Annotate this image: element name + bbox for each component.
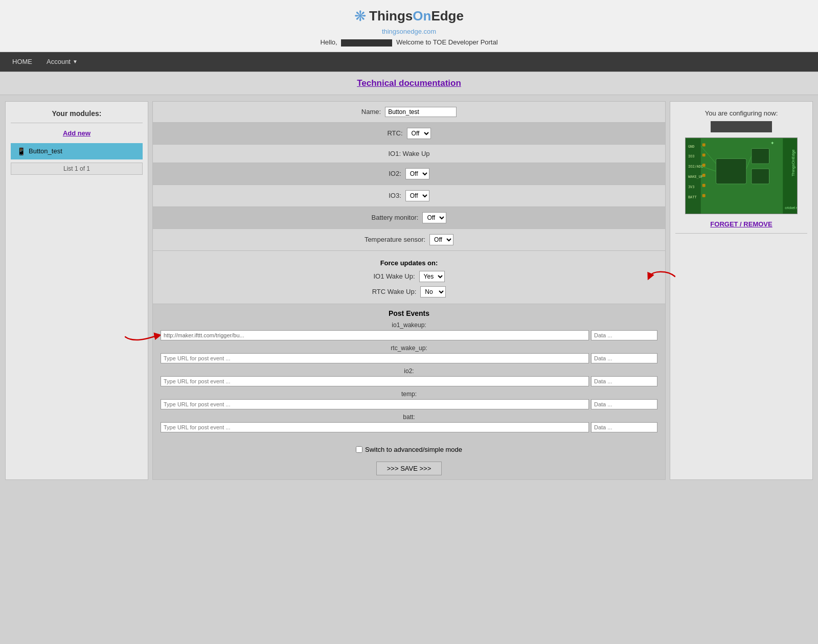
- list-info: List 1 of 1: [11, 163, 143, 175]
- navbar: HOME Account ▼: [0, 52, 818, 72]
- io2-event: io2:: [161, 367, 657, 386]
- rtc-wake-event: rtc_wake_up:: [161, 344, 657, 363]
- rtc-wakeup-label: RTC Wake Up:: [372, 288, 417, 295]
- svg-rect-22: [702, 183, 706, 187]
- batt-event-label: batt:: [161, 413, 657, 421]
- rtc-select[interactable]: OffOn: [407, 128, 431, 139]
- advanced-checkbox[interactable]: [356, 446, 362, 453]
- io1-section: IO1: Wake Up: [153, 145, 665, 163]
- logo-text: ThingsOnEdge: [369, 8, 464, 24]
- circuit-board-svg: GND IO3 IO2/ADC WAKE_UP 3V3 BATT ThingsO…: [686, 138, 797, 214]
- temp-event: temp:: [161, 390, 657, 409]
- force-updates-title: Force updates on:: [163, 255, 655, 269]
- svg-rect-20: [702, 164, 706, 167]
- panel-divider: [11, 123, 143, 123]
- svg-text:3V3: 3V3: [688, 185, 695, 189]
- io3-section: IO3: OffOn: [153, 185, 665, 207]
- logo-on: On: [413, 8, 431, 24]
- io2-select[interactable]: OffOn: [405, 168, 429, 179]
- io1-data-input[interactable]: [591, 330, 657, 340]
- svg-rect-12: [752, 148, 769, 164]
- io2-section: IO2: OffOn: [153, 163, 665, 185]
- module-name: Button_test: [29, 147, 62, 155]
- config-name-box: [711, 121, 772, 132]
- site-link[interactable]: thingsonedge.com: [0, 28, 818, 35]
- add-new-link[interactable]: Add new: [11, 129, 143, 137]
- module-item[interactable]: 📱 Button_test: [11, 143, 143, 159]
- battery-select[interactable]: OffOn: [422, 212, 446, 223]
- username-redacted: [341, 39, 392, 47]
- io1-wakeup-event-label: io1_wakeup:: [161, 321, 657, 329]
- io2-label: IO2:: [389, 170, 401, 177]
- force-updates-section: Force updates on: IO1 Wake Up: YesNo RTC…: [153, 251, 665, 304]
- rtc-label: RTC:: [387, 129, 402, 137]
- rtc-url-input[interactable]: [161, 353, 589, 363]
- svg-rect-23: [702, 194, 706, 197]
- svg-rect-18: [702, 143, 706, 146]
- tech-doc-link[interactable]: Technical documentation: [357, 78, 461, 88]
- hello-suffix: Welcome to TOE Developer Portal: [396, 38, 498, 46]
- logo-icon: ❋: [354, 8, 366, 25]
- io2-data-input[interactable]: [591, 376, 657, 386]
- forget-remove-link[interactable]: FORGET / REMOVE: [675, 220, 807, 228]
- io3-label: IO3:: [389, 192, 401, 199]
- tech-banner: Technical documentation: [0, 72, 818, 95]
- save-row: >>> SAVE >>>: [153, 457, 665, 479]
- caret-down-icon: ▼: [73, 59, 78, 64]
- rtc-wake-event-label: rtc_wake_up:: [161, 344, 657, 352]
- name-input[interactable]: [385, 107, 457, 117]
- svg-text:WAKE_UP: WAKE_UP: [688, 175, 703, 179]
- advanced-label: Switch to advanced/simple mode: [365, 446, 462, 453]
- svg-text:cricket rev 0.2: cricket rev 0.2: [785, 206, 797, 210]
- center-panel: Name: RTC: OffOn IO1: Wake Up IO2: OffOn…: [152, 101, 666, 480]
- svg-text:IO3: IO3: [688, 154, 695, 158]
- rtc-wakeup-select[interactable]: NoYes: [420, 286, 446, 297]
- right-divider: [675, 233, 807, 234]
- save-button[interactable]: >>> SAVE >>>: [376, 462, 442, 475]
- svg-rect-19: [702, 153, 706, 156]
- board-image: GND IO3 IO2/ADC WAKE_UP 3V3 BATT ThingsO…: [685, 137, 798, 214]
- modules-title: Your modules:: [11, 109, 143, 118]
- post-events-title: Post Events: [161, 309, 657, 317]
- temp-section: Temperature sensor: OffOn: [153, 229, 665, 251]
- svg-text:BATT: BATT: [688, 195, 697, 199]
- svg-text:ThingsOnEdge: ThingsOnEdge: [791, 149, 796, 176]
- io1-label: IO1: Wake Up: [388, 150, 429, 157]
- hello-text: Hello, Welcome to TOE Developer Portal: [0, 38, 818, 47]
- main-content: Your modules: Add new 📱 Button_test List…: [0, 96, 818, 485]
- rtc-section: RTC: OffOn: [153, 123, 665, 145]
- temp-select[interactable]: OffOn: [429, 234, 453, 245]
- io2-url-input[interactable]: [161, 376, 589, 386]
- module-icon: 📱: [17, 147, 26, 155]
- svg-text:✦: ✦: [770, 140, 775, 145]
- svg-rect-13: [752, 169, 769, 184]
- io3-select[interactable]: OffOn: [405, 190, 429, 201]
- svg-rect-21: [702, 174, 706, 177]
- battery-label: Battery monitor:: [372, 214, 419, 221]
- logo-area: ❋ ThingsOnEdge: [0, 8, 818, 25]
- name-label: Name:: [361, 108, 381, 116]
- post-events-section: Post Events io1_wakeup: rtc_wake_up:: [153, 304, 665, 442]
- batt-event: batt:: [161, 413, 657, 432]
- hello-prefix: Hello,: [320, 38, 337, 46]
- io1-wakeup-select[interactable]: YesNo: [419, 271, 445, 282]
- temp-url-input[interactable]: [161, 399, 589, 409]
- arrow-icon-1: [647, 267, 675, 285]
- nav-home[interactable]: HOME: [5, 54, 39, 70]
- left-panel: Your modules: Add new 📱 Button_test List…: [5, 101, 148, 480]
- page-header: ❋ ThingsOnEdge thingsonedge.com Hello, W…: [0, 0, 818, 52]
- svg-text:GND: GND: [688, 144, 695, 148]
- svg-rect-11: [716, 158, 746, 184]
- name-section: Name:: [153, 102, 665, 123]
- io2-event-label: io2:: [161, 367, 657, 375]
- temp-event-label: temp:: [161, 390, 657, 398]
- io1-url-input[interactable]: [161, 330, 589, 340]
- batt-data-input[interactable]: [591, 422, 657, 432]
- nav-account[interactable]: Account ▼: [39, 54, 85, 70]
- temp-label: Temperature sensor:: [365, 236, 425, 243]
- svg-text:IO2/ADC: IO2/ADC: [688, 165, 703, 169]
- temp-data-input[interactable]: [591, 399, 657, 409]
- rtc-data-input[interactable]: [591, 353, 657, 363]
- battery-section: Battery monitor: OffOn: [153, 207, 665, 229]
- batt-url-input[interactable]: [161, 422, 589, 432]
